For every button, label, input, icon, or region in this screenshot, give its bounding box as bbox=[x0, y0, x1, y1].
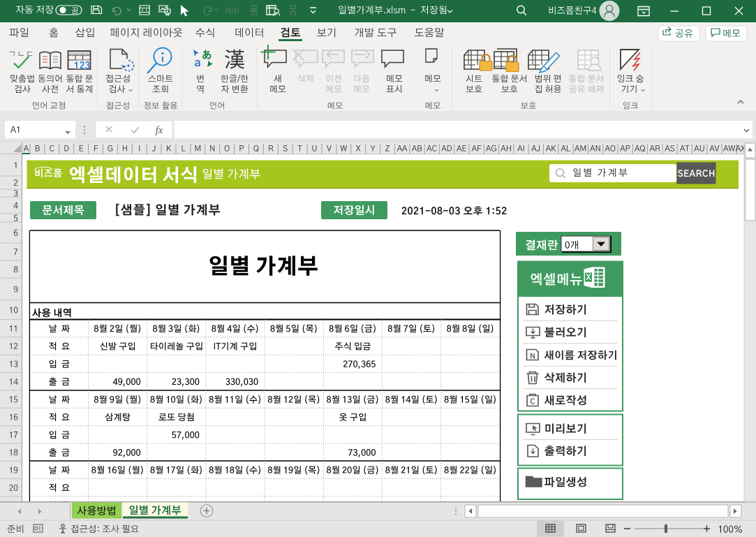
svg-text:fx: fx bbox=[156, 124, 163, 135]
